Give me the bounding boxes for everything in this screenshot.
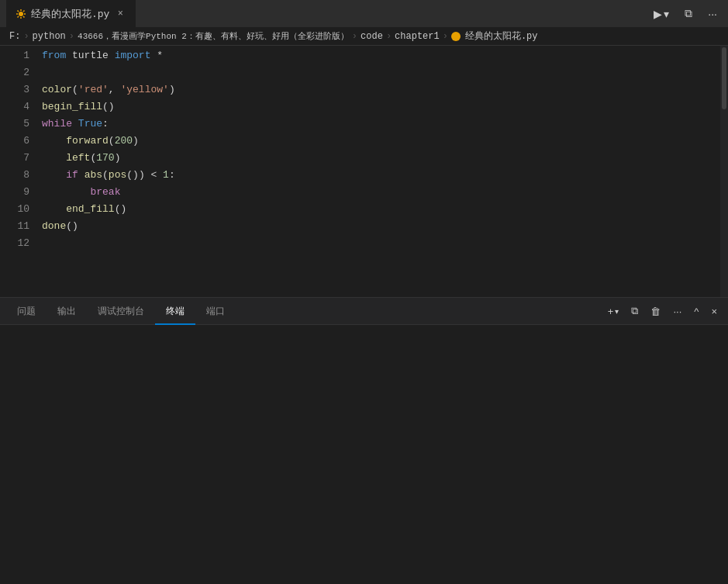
token: <: [145, 167, 163, 184]
token: [42, 167, 66, 184]
token: break: [90, 184, 120, 201]
breadcrumb-file[interactable]: 经典的太阳花.py: [465, 29, 538, 43]
token: color: [42, 81, 72, 98]
panel-tab-问题[interactable]: 问题: [6, 298, 47, 325]
panel-tab-端口[interactable]: 端口: [195, 298, 236, 325]
split-terminal-button[interactable]: ⧉: [626, 302, 643, 320]
code-line: while True:: [39, 116, 720, 133]
breadcrumb-folder[interactable]: 43666，看漫画学Python 2：有趣、有料、好玩、好用（全彩进阶版）: [78, 30, 349, 42]
run-icon: ▶: [654, 8, 662, 20]
token: end_fill: [42, 201, 115, 218]
token: ): [115, 150, 121, 167]
breadcrumb-sep-1: ›: [23, 31, 29, 42]
editor-area: 123456789101112 from turtle import * col…: [0, 46, 728, 297]
token: ): [133, 133, 139, 150]
token: :: [169, 167, 175, 184]
panel-close-button[interactable]: ×: [706, 302, 722, 320]
token: 200: [115, 133, 133, 150]
token: (): [126, 167, 139, 184]
token: ): [139, 167, 145, 184]
token: abs: [78, 167, 102, 184]
split-terminal-icon: ⧉: [631, 305, 638, 317]
code-line: forward(200): [39, 133, 720, 150]
token: if: [66, 167, 78, 184]
token: from: [42, 47, 66, 64]
token: while: [42, 116, 72, 133]
run-button[interactable]: ▶ ▾: [649, 5, 674, 23]
breadcrumb-code[interactable]: code: [361, 31, 383, 42]
line-number: 5: [12, 116, 29, 133]
svg-line-8: [18, 16, 19, 18]
panel-tab-调试控制台[interactable]: 调试控制台: [87, 298, 155, 325]
line-numbers: 123456789101112: [0, 46, 39, 297]
code-line: from turtle import *: [39, 47, 720, 64]
line-number: 2: [12, 64, 29, 81]
line-number: 6: [12, 133, 29, 150]
token: :: [102, 116, 109, 133]
token: import: [115, 47, 151, 64]
sunflower-tab-icon: [16, 9, 26, 19]
panel-tab-输出[interactable]: 输出: [47, 298, 87, 325]
panel-expand-button[interactable]: ^: [689, 302, 703, 320]
token: (): [66, 218, 78, 235]
breadcrumb-f[interactable]: F:: [9, 31, 20, 42]
code-line: if abs(pos()) < 1:: [39, 167, 720, 184]
add-chevron-icon: ▾: [615, 307, 619, 316]
token: *: [150, 47, 163, 64]
code-line: left(170): [39, 150, 720, 167]
token: (: [72, 81, 78, 98]
more-icon: ···: [708, 8, 717, 20]
code-line: begin_fill(): [39, 98, 720, 116]
panel-actions: + ▾ ⧉ 🗑 ··· ^ ×: [603, 302, 722, 320]
split-editor-button[interactable]: ⧉: [680, 4, 697, 23]
panel: 问题输出调试控制台终端端口 + ▾ ⧉ 🗑 ··· ^ ×: [0, 297, 728, 584]
line-number: 11: [12, 218, 29, 235]
svg-point-0: [19, 12, 23, 16]
token: ,: [109, 81, 121, 98]
more-actions-button[interactable]: ···: [703, 5, 722, 23]
terminal-content[interactable]: [0, 325, 728, 584]
token: 'yellow': [120, 81, 168, 98]
breadcrumb-sep-3: ›: [352, 31, 357, 42]
breadcrumb-sep-2: ›: [69, 31, 74, 42]
panel-tabs-container: 问题输出调试控制台终端端口: [6, 298, 236, 325]
line-number: 1: [12, 47, 29, 64]
token: (: [90, 150, 96, 167]
token: pos: [109, 167, 126, 184]
panel-close-icon: ×: [711, 306, 717, 317]
panel-tab-终端[interactable]: 终端: [155, 298, 195, 325]
scrollbar-thumb[interactable]: [722, 47, 726, 109]
editor-tab[interactable]: 经典的太阳花.py ×: [6, 0, 136, 27]
token: [72, 116, 78, 133]
run-chevron-icon: ▾: [664, 8, 669, 20]
tab-label: 经典的太阳花.py: [31, 7, 109, 21]
line-number: 8: [12, 167, 29, 184]
line-number: 3: [12, 81, 29, 98]
new-terminal-button[interactable]: + ▾: [603, 302, 624, 320]
svg-line-7: [23, 10, 25, 12]
token: (): [102, 98, 115, 116]
token: left: [42, 150, 90, 167]
token: [42, 184, 90, 201]
code-line: [39, 64, 720, 81]
line-number: 9: [12, 184, 29, 201]
code-line: break: [39, 184, 720, 201]
tab-close-btn[interactable]: ×: [114, 8, 126, 20]
line-number: 7: [12, 150, 29, 167]
token: 'red': [78, 81, 109, 98]
add-icon: +: [608, 306, 614, 317]
kill-terminal-button[interactable]: 🗑: [646, 302, 665, 320]
line-number: 10: [12, 201, 29, 218]
code-content[interactable]: from turtle import * color('red', 'yello…: [39, 46, 720, 297]
panel-more-button[interactable]: ···: [668, 302, 686, 320]
token: ): [169, 81, 175, 98]
token: True: [78, 116, 102, 133]
editor-scrollbar[interactable]: [720, 46, 728, 297]
breadcrumb-chapter[interactable]: chapter1: [395, 31, 440, 42]
trash-icon: 🗑: [650, 306, 661, 317]
breadcrumb-python[interactable]: python: [33, 31, 66, 42]
token: (: [102, 167, 109, 184]
token: turtle: [66, 47, 114, 64]
line-number: 4: [12, 98, 29, 116]
code-line: [39, 235, 720, 252]
